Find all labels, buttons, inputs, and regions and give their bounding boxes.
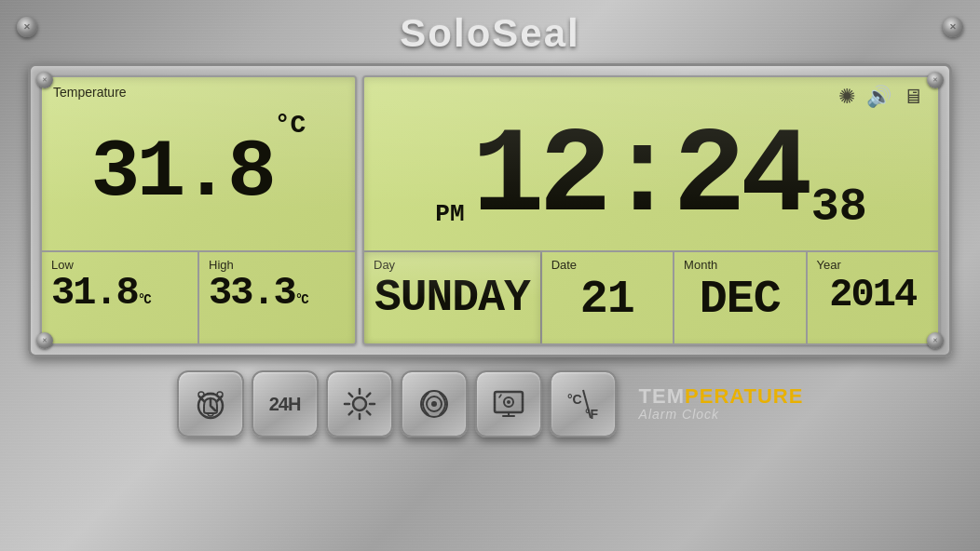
date-value: 21	[551, 272, 663, 328]
alarm-icon	[192, 385, 229, 423]
clock-seconds: 38	[811, 181, 867, 234]
low-unit: °C	[138, 293, 150, 307]
day-label: Day	[374, 258, 531, 272]
temp-main-section: Temperature 31.8 °C	[42, 77, 355, 250]
panel-screw-bl	[36, 332, 53, 349]
brightness-status-icon: ✺	[838, 85, 855, 109]
alarm-button[interactable]	[177, 370, 244, 437]
display-status-icon: 🖥	[903, 85, 923, 109]
svg-line-8	[348, 394, 352, 397]
day-value: SUNDAY	[374, 272, 531, 326]
date-year-cell: Year 2014	[806, 252, 938, 343]
time24h-button[interactable]: 24H	[252, 370, 319, 437]
clock-time-row: PM 12:24 38	[379, 113, 923, 243]
clock-icons-row: ✺ 🔊 🖥	[379, 85, 923, 109]
brightness-button[interactable]	[326, 370, 393, 437]
panel-screw-tr	[927, 72, 944, 88]
month-label: Month	[684, 258, 796, 272]
date-row: Day SUNDAY Date 21 Month DEC Year 2014	[364, 250, 938, 343]
temp-low-high-row: Low 31.8 °C High 33.3 °C	[42, 250, 355, 343]
clock-minutes: 24	[674, 109, 808, 246]
clock-colon: :	[606, 117, 674, 238]
displays-row: Temperature 31.8 °C Low 31.8 °C High	[40, 75, 940, 345]
date-label: Date	[551, 258, 663, 272]
temp-unit-button[interactable]: °C °F	[550, 370, 617, 437]
clock-hours: 12	[472, 109, 606, 246]
svg-point-3	[353, 397, 366, 410]
display-button[interactable]	[475, 370, 542, 437]
svg-point-19	[507, 400, 510, 404]
brand-perature: PERATURE	[685, 384, 803, 408]
temperature-label: Temperature	[53, 85, 127, 100]
date-month-cell: Month DEC	[673, 252, 805, 343]
low-value-display: 31.8 °C	[51, 272, 188, 315]
high-label: High	[209, 258, 346, 272]
svg-line-10	[366, 394, 370, 397]
temp-high-section: High 33.3 °C	[197, 252, 355, 343]
high-unit: °C	[295, 293, 307, 307]
svg-text:°F: °F	[585, 407, 599, 422]
time24h-label: 24H	[269, 394, 301, 415]
brand-title: TEMPERATURE	[639, 386, 804, 407]
button-row: 24H	[0, 357, 980, 447]
brand-area: TEMPERATURE Alarm Clock	[639, 386, 804, 422]
brand-tem: TEM	[639, 384, 685, 408]
clock-panel: ✺ 🔊 🖥 PM 12:24 38 Day SUNDAY	[362, 75, 940, 345]
corner-screw-tr	[943, 17, 963, 37]
month-value: DEC	[684, 272, 796, 328]
high-value: 33.3	[209, 272, 295, 315]
temp-unit: °C	[275, 111, 306, 140]
clock-time-big: 12:24	[472, 117, 808, 238]
clock-ampm: PM	[435, 200, 464, 228]
brightness-icon	[341, 385, 378, 423]
svg-text:°C: °C	[567, 392, 582, 407]
sound-button[interactable]	[401, 370, 468, 437]
temp-low-section: Low 31.8 °C	[42, 252, 197, 343]
date-date-cell: Date 21	[540, 252, 673, 343]
temp-value-display: 31.8 °C	[53, 85, 344, 243]
app-title: SoloSeal	[0, 0, 980, 63]
date-day-cell: Day SUNDAY	[364, 252, 540, 343]
low-value: 31.8	[51, 272, 138, 315]
svg-point-14	[431, 401, 437, 407]
low-label: Low	[51, 258, 188, 272]
display-icon	[490, 385, 527, 423]
panel-screw-tl	[36, 72, 53, 88]
panel-screw-br	[927, 332, 944, 349]
temperature-panel: Temperature 31.8 °C Low 31.8 °C High	[40, 75, 357, 345]
temp-current-value: 31.8	[91, 132, 273, 214]
svg-line-9	[366, 411, 370, 415]
corner-screw-tl	[17, 17, 37, 37]
brand-subtitle: Alarm Clock	[639, 407, 719, 422]
sound-icon	[415, 385, 453, 423]
high-value-display: 33.3 °C	[209, 272, 346, 315]
year-label: Year	[817, 258, 929, 272]
main-panel: Temperature 31.8 °C Low 31.8 °C High	[28, 63, 952, 357]
temp-unit-icon: °C °F	[565, 385, 602, 423]
clock-main-section: ✺ 🔊 🖥 PM 12:24 38	[364, 77, 938, 250]
svg-line-11	[348, 411, 352, 415]
year-value: 2014	[817, 272, 929, 318]
sound-status-icon: 🔊	[866, 85, 892, 109]
